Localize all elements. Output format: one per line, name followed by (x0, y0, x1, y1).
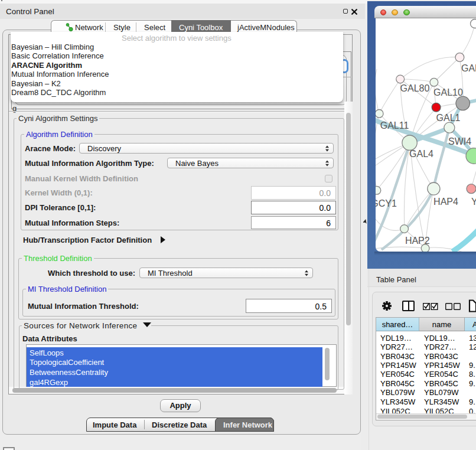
svg-text:GCY1: GCY1 (376, 198, 397, 208)
svg-text:GAL4: GAL4 (409, 149, 433, 159)
svg-text:GAL11: GAL11 (380, 120, 409, 131)
svg-text:GAL1: GAL1 (436, 113, 461, 123)
svg-text:GAL10: GAL10 (433, 87, 463, 97)
svg-text:HAP4: HAP4 (433, 197, 458, 207)
svg-text:GAL80: GAL80 (400, 83, 430, 93)
svg-text:YM: YM (471, 197, 476, 207)
svg-text:SWI4: SWI4 (448, 136, 471, 146)
svg-text:GAL2: GAL2 (461, 63, 476, 73)
svg-text:HAP2: HAP2 (405, 236, 430, 246)
